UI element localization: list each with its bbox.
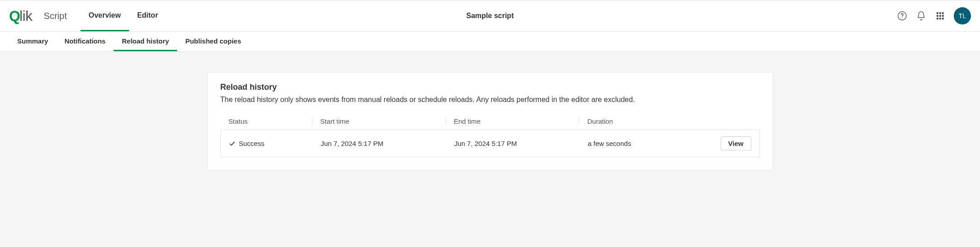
cell-status: Success [229,140,313,147]
cell-duration: a few seconds [580,140,684,147]
qlik-logo-text: lik [19,8,33,24]
app-type-label: Script [44,11,67,21]
sub-tab-summary[interactable]: Summary [9,32,56,51]
sub-tab-published-copies[interactable]: Published copies [177,32,249,51]
main-area: Reload history The reload history only s… [0,52,980,191]
header-right: TL [897,7,971,24]
table-row: Success Jun 7, 2024 5:17 PM Jun 7, 2024 … [220,130,760,157]
checkmark-icon [229,140,235,147]
qlik-logo[interactable]: Qlik [9,8,33,24]
bell-icon[interactable] [916,10,927,21]
primary-tabs: Overview Editor [81,0,166,31]
col-header-start: Start time [312,117,446,125]
col-header-duration: Duration [579,117,684,125]
status-text: Success [239,140,265,147]
sub-tab-reload-history[interactable]: Reload history [114,32,177,51]
tab-overview[interactable]: Overview [81,0,129,31]
cell-start: Jun 7, 2024 5:17 PM [313,140,446,147]
cell-end: Jun 7, 2024 5:17 PM [446,140,580,147]
top-header: Qlik Script Overview Editor Sample scrip… [0,0,980,32]
avatar[interactable]: TL [954,7,971,24]
col-header-action [684,117,752,125]
cell-action: View [684,136,751,150]
table-header: Status Start time End time Duration [220,113,760,130]
page-title: Sample script [466,12,514,20]
view-button[interactable]: View [721,136,751,150]
qlik-logo-q-icon: Q [9,8,20,24]
reload-history-panel: Reload history The reload history only s… [207,72,773,170]
help-icon[interactable] [897,10,908,21]
apps-grid-icon[interactable] [935,10,946,21]
sub-nav: Summary Notifications Reload history Pub… [0,32,980,52]
panel-title: Reload history [220,82,760,92]
sub-tab-notifications[interactable]: Notifications [56,32,114,51]
tab-editor[interactable]: Editor [129,0,166,31]
svg-point-1 [902,18,902,18]
col-header-status: Status [229,117,312,125]
panel-description: The reload history only shows events fro… [220,96,760,104]
col-header-end: End time [446,117,579,125]
